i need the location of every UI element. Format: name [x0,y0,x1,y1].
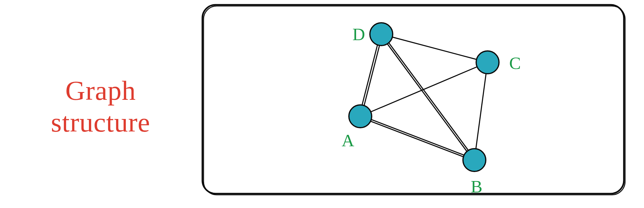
edge-C-D [393,37,476,59]
node-label-B: B [471,177,482,196]
node-label-C: C [509,53,521,73]
edge-A-C [371,67,477,112]
title-line-2: structure [51,107,150,138]
node-label-A: A [342,131,354,150]
edge-A-D [362,45,377,105]
edge-A-B [371,121,463,157]
panel-border [202,5,624,194]
edge-A-D [364,46,379,105]
node-B [463,149,486,171]
title-line-1: Graph [65,75,136,106]
graph-panel: ABCD [201,4,627,196]
diagram-stage: Graph structure ABCD [0,0,644,208]
node-C [476,51,499,74]
node-A [349,105,372,128]
panel-border-shadow [204,6,625,195]
node-D [370,23,393,46]
edge-B-D [389,43,468,150]
diagram-title: Graph structure [18,75,183,138]
node-label-D: D [352,25,365,44]
edge-B-C [476,74,486,149]
edge-B-D [388,44,467,151]
graph-edges [362,37,486,157]
